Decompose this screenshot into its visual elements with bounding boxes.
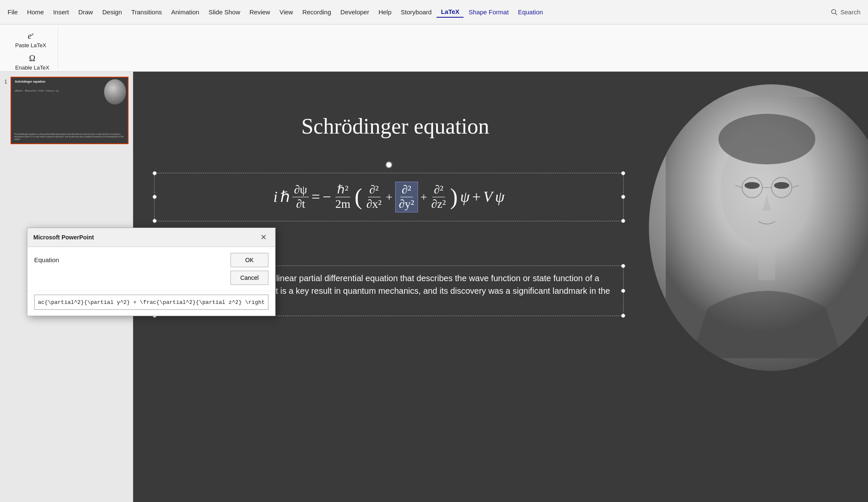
portrait-circle bbox=[649, 84, 868, 371]
dialog-label: Equation bbox=[34, 253, 59, 285]
menu-insert[interactable]: Insert bbox=[49, 7, 73, 17]
enable-latex-button[interactable]: Ω Enable LaTeX bbox=[12, 52, 53, 72]
dialog-close-button[interactable]: ✕ bbox=[257, 231, 269, 243]
desc-handle-br[interactable] bbox=[621, 314, 625, 318]
dialog-cancel-button[interactable]: Cancel bbox=[230, 271, 268, 285]
svg-point-5 bbox=[745, 182, 760, 189]
rotate-handle[interactable] bbox=[386, 161, 392, 168]
menu-slideshow[interactable]: Slide Show bbox=[204, 7, 244, 17]
menubar: File Home Insert Draw Design Transitions… bbox=[0, 0, 868, 24]
search-area[interactable]: Search bbox=[827, 7, 865, 17]
svg-point-4 bbox=[718, 114, 815, 164]
slide-title: Schrödinger equation bbox=[158, 114, 632, 139]
handle-tl[interactable] bbox=[153, 171, 157, 175]
slide-thumbnail[interactable]: Schrödinger equation iℏ ∂ψ/∂t = −ℏ²/2m (… bbox=[11, 77, 129, 144]
menu-recording[interactable]: Recording bbox=[298, 7, 335, 17]
thumb-portrait bbox=[104, 79, 126, 105]
handle-tr[interactable] bbox=[621, 171, 625, 175]
portrait-svg bbox=[666, 97, 868, 358]
handle-mr[interactable] bbox=[621, 195, 625, 199]
search-icon bbox=[831, 9, 838, 16]
handle-bl[interactable] bbox=[153, 219, 157, 223]
dialog-body: Equation OK Cancel bbox=[27, 247, 275, 291]
dialog-title: Microsoft PowerPoint bbox=[33, 234, 94, 241]
dialog-titlebar: Microsoft PowerPoint ✕ bbox=[27, 228, 275, 247]
menu-latex[interactable]: LaTeX bbox=[437, 6, 463, 18]
handle-ml[interactable] bbox=[153, 195, 157, 199]
menu-equation[interactable]: Equation bbox=[514, 7, 547, 17]
menu-review[interactable]: Review bbox=[245, 7, 274, 17]
menu-file[interactable]: File bbox=[3, 7, 22, 17]
search-label: Search bbox=[840, 8, 860, 16]
menu-transitions[interactable]: Transitions bbox=[127, 7, 166, 17]
enable-latex-icon: Ω bbox=[29, 54, 35, 63]
paste-latex-icon: ex bbox=[28, 31, 34, 41]
menu-home[interactable]: Home bbox=[23, 7, 48, 17]
thumb-description: The Schrödinger equation is a linear par… bbox=[14, 133, 125, 141]
menu-draw[interactable]: Draw bbox=[74, 7, 97, 17]
thumb-equation: iℏ ∂ψ/∂t = −ℏ²/2m (∂²/∂x² + ∂²/∂y² + ∂²/… bbox=[15, 89, 102, 92]
menu-design[interactable]: Design bbox=[98, 7, 126, 17]
dialog[interactable]: Microsoft PowerPoint ✕ Equation OK Cance… bbox=[27, 228, 276, 316]
menu-storyboard[interactable]: Storyboard bbox=[396, 7, 436, 17]
enable-latex-label: Enable LaTeX bbox=[15, 64, 49, 71]
equation-container[interactable]: iℏ ∂ψ ∂t = − ℏ² 2m ( bbox=[154, 173, 624, 221]
dialog-ok-button[interactable]: OK bbox=[230, 253, 268, 267]
handle-br[interactable] bbox=[621, 219, 625, 223]
desc-handle-tr[interactable] bbox=[621, 264, 625, 268]
menu-developer[interactable]: Developer bbox=[336, 7, 373, 17]
paste-latex-label: Paste LaTeX bbox=[15, 42, 46, 48]
dialog-button-group: OK Cancel bbox=[230, 253, 268, 285]
menu-shapeformat[interactable]: Shape Format bbox=[464, 7, 513, 17]
menu-view[interactable]: View bbox=[275, 7, 297, 17]
thumb-title: Schrödinger equation bbox=[15, 80, 104, 83]
desc-handle-mr[interactable] bbox=[621, 289, 625, 293]
dialog-input-row bbox=[27, 291, 275, 316]
svg-point-0 bbox=[832, 9, 836, 13]
equation-display: iℏ ∂ψ ∂t = − ℏ² 2m ( bbox=[163, 182, 615, 212]
svg-rect-12 bbox=[758, 247, 775, 280]
slide-number: 1 bbox=[3, 77, 7, 85]
dialog-equation-input[interactable] bbox=[34, 295, 268, 310]
ribbon: ex Paste LaTeX Ω Enable LaTeX LaTeX bbox=[0, 24, 868, 72]
portrait-area bbox=[624, 72, 868, 502]
svg-line-1 bbox=[836, 13, 837, 15]
latex-ribbon-group: ex Paste LaTeX Ω Enable LaTeX LaTeX bbox=[7, 28, 58, 68]
paste-latex-button[interactable]: ex Paste LaTeX bbox=[12, 30, 50, 50]
svg-point-6 bbox=[774, 182, 789, 189]
menu-animation[interactable]: Animation bbox=[167, 7, 204, 17]
menu-help[interactable]: Help bbox=[374, 7, 396, 17]
